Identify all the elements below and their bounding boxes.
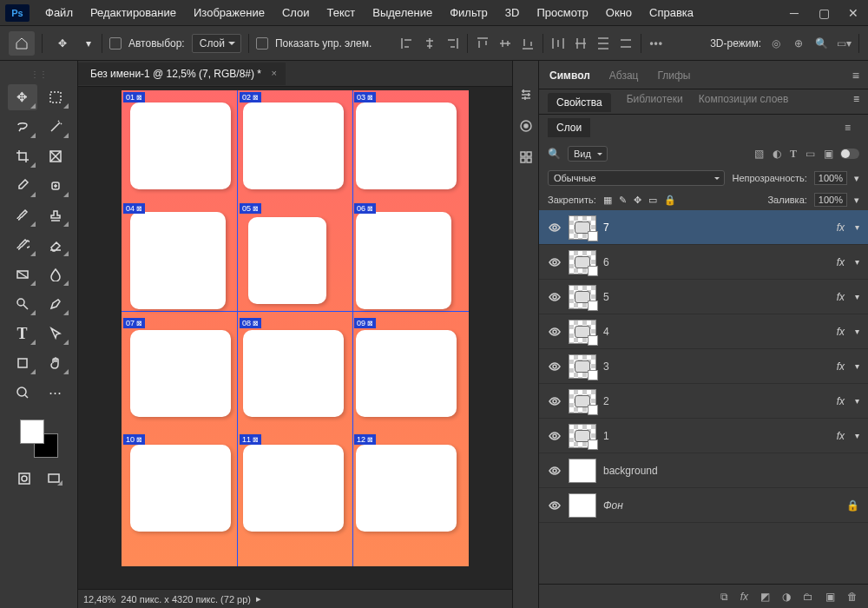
slice-badge[interactable]: 12⊠ (354, 434, 376, 445)
orbit-icon[interactable]: ◎ (768, 36, 784, 51)
align-hcenter-icon[interactable] (422, 36, 437, 51)
align-right-icon[interactable] (444, 36, 460, 51)
color-swatches[interactable] (20, 420, 58, 458)
chevron-down-icon[interactable]: ▾ (855, 257, 859, 267)
crop-tool[interactable] (8, 143, 37, 169)
layer-row[interactable]: background (539, 453, 868, 488)
gradient-tool[interactable] (8, 261, 37, 287)
overflow-icon[interactable]: ••• (648, 36, 664, 51)
chevron-down-icon[interactable]: ▾ (855, 292, 859, 301)
lock-all-icon[interactable]: 🔒 (664, 195, 676, 206)
slice-badge[interactable]: 01⊠ (123, 92, 145, 102)
card[interactable] (243, 330, 344, 417)
filter-shape-icon[interactable]: ▭ (806, 148, 815, 161)
mask-icon[interactable]: ◩ (760, 591, 770, 603)
layer-name[interactable]: 3 (603, 360, 830, 373)
visibility-icon[interactable] (548, 464, 562, 478)
fg-color[interactable] (20, 420, 44, 444)
filter-toggle[interactable] (840, 149, 859, 159)
card[interactable] (130, 212, 226, 309)
document-tab[interactable]: Без имени-1 @ 12,5% (7, RGB/8#) * × (78, 63, 286, 85)
new-layer-icon[interactable]: ▣ (825, 591, 835, 603)
menu-edit[interactable]: Редактирование (82, 1, 185, 24)
lock-trans-icon[interactable]: ▦ (603, 195, 612, 206)
menu-view[interactable]: Просмотр (528, 1, 596, 24)
fx-badge[interactable]: fx (837, 360, 848, 373)
align-left-icon[interactable] (399, 36, 415, 51)
adjust-icon[interactable] (516, 85, 536, 104)
align-bottom-icon[interactable] (520, 36, 536, 51)
layer-thumbnail[interactable] (569, 320, 596, 344)
layer-row[interactable]: 6fx▾ (539, 245, 868, 280)
brush-tool[interactable] (8, 202, 37, 228)
guide-vertical[interactable] (352, 90, 353, 566)
tab-layercomps[interactable]: Композиции слоев (699, 93, 789, 112)
slice-badge[interactable]: 07⊠ (123, 318, 145, 328)
slice-badge[interactable]: 11⊠ (240, 434, 261, 445)
layer-name[interactable]: Фон (603, 499, 839, 512)
visibility-icon[interactable] (548, 499, 562, 512)
pan-icon[interactable]: ⊕ (791, 36, 806, 51)
layer-name[interactable]: 7 (603, 221, 830, 234)
path-select-tool[interactable] (41, 321, 70, 347)
chevron-down-icon[interactable]: ▾ (854, 195, 859, 206)
card[interactable] (243, 102, 344, 189)
layer-name[interactable]: 6 (603, 256, 830, 268)
layer-row[interactable]: Фон🔒 (539, 488, 868, 523)
card[interactable] (356, 330, 457, 417)
menu-file[interactable]: Файл (36, 1, 82, 24)
tab-glyphs[interactable]: Глифы (655, 66, 692, 85)
tab-libraries[interactable]: Библиотеки (627, 93, 683, 112)
align-vcenter-icon[interactable] (497, 36, 513, 51)
card[interactable] (130, 330, 231, 417)
workspace-icon[interactable]: ▭▾ (836, 36, 852, 51)
history-brush-tool[interactable] (8, 232, 37, 258)
close-tab-icon[interactable]: × (272, 68, 277, 78)
showcontrols-checkbox[interactable] (256, 37, 268, 50)
guide-vertical[interactable] (237, 90, 238, 566)
pen-tool[interactable] (41, 291, 70, 317)
swatches-icon[interactable] (516, 148, 536, 167)
slice-badge[interactable]: 03⊠ (354, 92, 376, 102)
autopick-select[interactable]: Слой (192, 34, 241, 53)
layer-row[interactable]: 1fx▾ (539, 419, 868, 453)
slice-badge[interactable]: 08⊠ (240, 318, 261, 328)
autopick-checkbox[interactable] (109, 37, 122, 50)
distribute-v-icon[interactable] (595, 36, 611, 51)
link-icon[interactable]: ⧉ (720, 591, 728, 603)
quickmask-icon[interactable] (14, 470, 35, 487)
slice-badge[interactable]: 06⊠ (354, 203, 376, 214)
screenmode-icon[interactable] (43, 470, 64, 487)
visibility-icon[interactable] (548, 360, 562, 373)
blendmode-select[interactable]: Обычные (548, 170, 725, 186)
menu-select[interactable]: Выделение (364, 1, 441, 24)
layer-name[interactable]: 2 (603, 395, 830, 407)
visibility-icon[interactable] (548, 290, 562, 304)
slice-badge[interactable]: 04⊠ (123, 203, 145, 214)
layer-thumbnail[interactable] (569, 424, 596, 448)
distribute-v2-icon[interactable] (618, 36, 634, 51)
filter-pixel-icon[interactable]: ▧ (754, 148, 764, 161)
fill-value[interactable]: 100% (814, 193, 847, 207)
card[interactable] (356, 102, 457, 189)
distribute-h-icon[interactable] (550, 36, 566, 51)
menu-image[interactable]: Изображение (185, 1, 273, 24)
menu-help[interactable]: Справка (641, 1, 702, 24)
chevron-down-icon[interactable]: ▾ (855, 222, 859, 232)
slice-badge[interactable]: 10⊠ (123, 434, 145, 445)
heal-tool[interactable] (41, 173, 70, 199)
chevron-down-icon[interactable]: ▾ (855, 396, 859, 406)
layer-name[interactable]: 5 (603, 291, 830, 303)
search-icon[interactable]: 🔍 (813, 36, 829, 51)
layer-thumbnail[interactable] (569, 389, 596, 413)
chevron-down-icon[interactable]: ▾ (854, 173, 859, 184)
fx-badge[interactable]: fx (837, 395, 848, 407)
chevron-down-icon[interactable]: ▾ (855, 361, 859, 371)
layer-thumbnail[interactable] (569, 285, 596, 309)
visibility-icon[interactable] (548, 429, 562, 443)
eyedropper-tool[interactable] (8, 173, 37, 199)
lasso-tool[interactable] (8, 114, 37, 140)
group-icon[interactable]: 🗀 (803, 591, 813, 603)
filter-select[interactable]: Вид (568, 146, 608, 162)
layer-row[interactable]: 2fx▾ (539, 384, 868, 419)
